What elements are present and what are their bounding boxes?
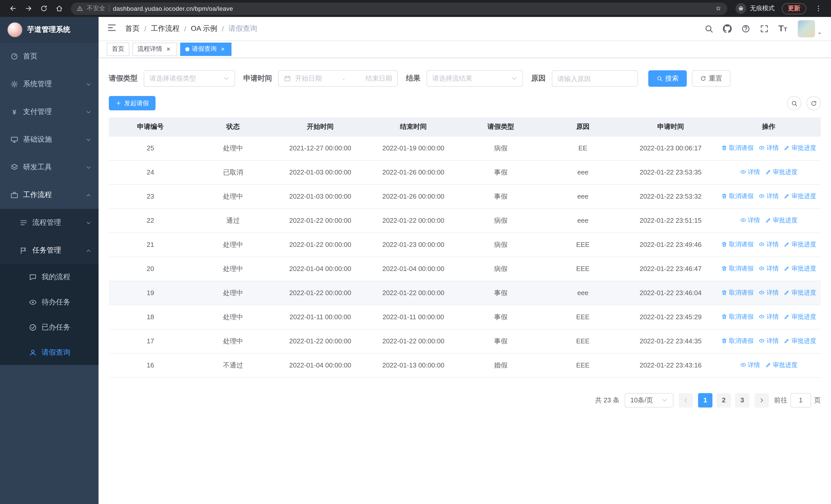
progress-link[interactable]: 审批进度 [765,168,797,177]
detail-link[interactable]: 详情 [758,144,779,152]
avatar [798,20,815,37]
detail-link[interactable]: 详情 [740,216,760,225]
browser-update-button[interactable]: 更新 [782,3,806,14]
tab-1[interactable]: 流程详情× [133,42,177,56]
prev-page-button[interactable] [679,393,693,407]
page-size-select[interactable]: 10条/页 [625,393,674,407]
cell-status: 处理中 [192,233,274,257]
browser-menu-button[interactable] [811,2,825,15]
progress-link[interactable]: 审批进度 [784,337,816,346]
detail-link[interactable]: 详情 [758,289,779,297]
breadcrumb-item[interactable]: 首页 [125,24,140,33]
search-button[interactable]: 搜索 [648,70,687,87]
progress-link[interactable]: 审批进度 [784,264,816,273]
cancel-link[interactable]: 取消请假 [721,192,753,201]
result-select[interactable]: 请选择流结果 [427,70,523,87]
sidebar-item-infrastructure[interactable]: 基础设施 [0,126,98,153]
page-button-1[interactable]: 1 [698,393,712,407]
bookmark-star-icon[interactable] [715,5,722,12]
reason-input[interactable] [552,71,637,86]
cell-reason: eee [541,184,624,208]
search-icon [657,76,663,82]
detail-link[interactable]: 详情 [758,337,779,346]
page-button-3[interactable]: 3 [735,393,749,407]
github-button[interactable] [720,21,735,36]
detail-link[interactable]: 详情 [758,264,779,273]
breadcrumb-item[interactable]: OA 示例 [191,24,218,33]
font-size-button[interactable]: TT [775,21,791,36]
search-button[interactable] [701,21,717,36]
progress-link[interactable]: 审批进度 [765,361,797,369]
leave-type-select[interactable]: 请选择请假类型 [144,70,235,87]
sidebar-item-my-process[interactable]: 我的流程 [0,264,98,290]
plus-icon [115,100,122,106]
cancel-link[interactable]: 取消请假 [721,264,753,273]
tab-2[interactable]: 请假查询× [180,42,231,56]
cell-id: 21 [109,233,192,257]
detail-link-label: 详情 [766,264,779,273]
sidebar-item-process-management[interactable]: 流程管理 [0,209,98,237]
sidebar-item-home[interactable]: 首页 [0,42,98,70]
sidebar-item-payment-management[interactable]: ¥支付管理 [0,98,98,126]
back-button[interactable] [6,2,20,15]
cancel-link[interactable]: 取消请假 [721,240,753,249]
reload-button[interactable] [37,2,50,15]
progress-link[interactable]: 审批进度 [784,192,816,201]
page-button-2[interactable]: 2 [717,393,731,407]
tab-0[interactable]: 首页 [107,42,130,56]
progress-link[interactable]: 审批进度 [765,216,797,225]
progress-link[interactable]: 审批进度 [784,240,816,249]
create-leave-label: 发起请假 [124,99,149,108]
sidebar-item-todo-task[interactable]: 待办任务 [0,290,98,315]
breadcrumb-item[interactable]: 工作流程 [151,24,180,33]
cancel-link[interactable]: 取消请假 [721,144,753,152]
reset-button[interactable]: 重置 [692,70,730,87]
date-range-picker[interactable]: 开始日期 - 结束日期 [278,70,398,87]
close-icon[interactable]: × [219,46,226,53]
sidebar-item-workflow[interactable]: 工作流程 [0,181,98,209]
detail-link[interactable]: 详情 [740,361,760,369]
chevron-down-icon [86,81,91,87]
home-button[interactable] [52,2,66,15]
progress-link[interactable]: 审批进度 [784,313,816,321]
cell-end: 2022-01-22 00:00:00 [367,329,460,353]
user-menu[interactable] [798,20,823,37]
progress-link[interactable]: 审批进度 [784,289,816,297]
next-page-button[interactable] [754,393,769,407]
cell-end: 2022-01-26 00:00:00 [367,184,460,208]
sidebar-item-dev-tools[interactable]: 研发工具 [0,153,98,181]
cell-id: 25 [109,136,192,160]
refresh-toggle-button[interactable] [806,96,821,110]
address-bar[interactable]: 不安全 dashboard.yudao.iocoder.cn/bpm/oa/le… [71,2,727,14]
cancel-link[interactable]: 取消请假 [721,289,753,297]
cancel-link[interactable]: 取消请假 [721,337,753,346]
detail-link[interactable]: 详情 [758,192,779,201]
sidebar-logo[interactable]: 芋道管理系统 [0,17,98,42]
cell-actions: 取消请假详情审批进度 [717,305,821,329]
chevron-down-icon [86,109,91,115]
sidebar-item-label: 支付管理 [23,107,52,117]
fullscreen-button[interactable] [756,21,772,36]
sidebar-item-leave-query[interactable]: 请假查询 [0,340,98,365]
cancel-link[interactable]: 取消请假 [721,313,753,321]
sidebar-item-label: 我的流程 [41,272,70,281]
detail-link[interactable]: 详情 [740,168,760,177]
search-toggle-button[interactable] [787,96,801,110]
sidebar-item-system-management[interactable]: 系统管理 [0,70,98,98]
cell-end: 2022-01-22 00:00:00 [367,208,460,233]
close-icon[interactable]: × [165,46,172,53]
sidebar-toggle-button[interactable] [107,22,117,35]
question-button[interactable] [738,21,753,36]
detail-link[interactable]: 详情 [758,240,779,249]
sidebar-item-done-task[interactable]: 已办任务 [0,315,98,340]
cell-id: 19 [109,281,192,305]
chevron-down-icon [86,165,91,170]
search-icon [791,100,797,107]
progress-link[interactable]: 审批进度 [784,144,816,152]
detail-link[interactable]: 详情 [758,313,779,321]
create-leave-button[interactable]: 发起请假 [109,96,155,110]
forward-button[interactable] [22,2,35,15]
sidebar-item-task-management[interactable]: 任务管理 [0,237,98,264]
goto-page-input[interactable] [791,393,811,407]
reset-button-label: 重置 [709,74,722,83]
